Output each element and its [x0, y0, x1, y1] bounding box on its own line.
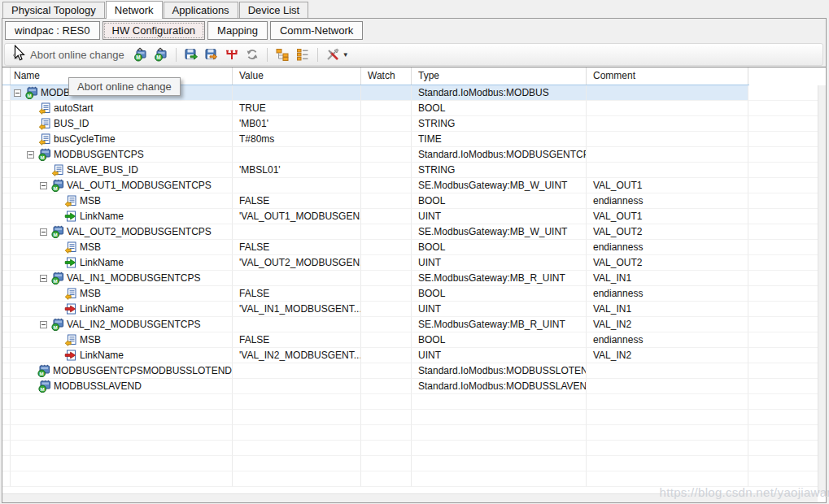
- comment-cell[interactable]: endianness: [587, 193, 748, 209]
- watch-cell[interactable]: [361, 317, 412, 332]
- table-row[interactable]: MSBFALSEBOOLendianness: [2, 332, 818, 348]
- tools-icon[interactable]: [325, 47, 340, 62]
- refresh-icon[interactable]: [245, 47, 260, 62]
- watch-cell[interactable]: [361, 101, 412, 116]
- value-cell[interactable]: 'VAL_OUT2_MODBUSGEN...: [233, 255, 361, 271]
- table-row[interactable]: autoStartTRUEBOOL: [2, 101, 818, 116]
- value-cell[interactable]: [233, 271, 361, 286]
- watch-cell[interactable]: [361, 163, 412, 178]
- table-row[interactable]: BUS_ID'MB01'STRING: [2, 116, 818, 132]
- value-cell[interactable]: 'MBSL01': [233, 163, 361, 178]
- tree-view-icon[interactable]: [275, 47, 290, 62]
- watch-cell[interactable]: [361, 379, 412, 394]
- tab-device-list[interactable]: Device List: [239, 2, 309, 18]
- name-cell[interactable]: MMODBUSGENTCPS: [11, 147, 233, 163]
- export-configuration-icon[interactable]: [184, 47, 199, 62]
- tools-dropdown-caret[interactable]: ▼: [343, 51, 349, 59]
- table-row[interactable]: MVAL_OUT2_MODBUSGENTCPSSE.ModbusGateway:…: [2, 224, 818, 240]
- value-cell[interactable]: [233, 147, 361, 163]
- table-row[interactable]: MSBFALSEBOOLendianness: [2, 240, 818, 255]
- table-row[interactable]: LinkName'VAL_IN1_MODBUSGENT...UINTVAL_IN…: [2, 302, 818, 317]
- watch-cell[interactable]: [361, 271, 412, 286]
- header-value[interactable]: Value: [233, 67, 361, 85]
- collapse-expander[interactable]: [27, 151, 38, 159]
- comment-cell[interactable]: VAL_OUT2: [587, 224, 748, 240]
- subtab-windpac-res0[interactable]: windpac : RES0: [5, 21, 100, 40]
- watch-cell[interactable]: [361, 193, 412, 209]
- append-device-icon[interactable]: M: [154, 47, 168, 62]
- vertical-scrollbar[interactable]: [818, 85, 826, 493]
- comment-cell[interactable]: [587, 85, 748, 101]
- value-cell[interactable]: [233, 317, 361, 332]
- watch-cell[interactable]: [361, 224, 412, 240]
- subtab-hw-configuration[interactable]: HW Configuration: [103, 21, 206, 40]
- comment-cell[interactable]: VAL_IN2: [587, 348, 748, 363]
- table-row[interactable]: MVAL_OUT1_MODBUSGENTCPSSE.ModbusGateway:…: [2, 178, 818, 193]
- name-cell[interactable]: SLAVE_BUS_ID: [11, 163, 233, 178]
- collapse-expander[interactable]: [40, 275, 51, 282]
- table-row[interactable]: LinkName'VAL_OUT1_MODBUSGEN...UINTVAL_OU…: [2, 209, 818, 224]
- value-cell[interactable]: [233, 224, 361, 240]
- watch-cell[interactable]: [361, 255, 412, 271]
- comment-cell[interactable]: [587, 132, 748, 147]
- comment-cell[interactable]: [587, 116, 748, 132]
- value-cell[interactable]: TRUE: [233, 101, 361, 116]
- header-comment[interactable]: Comment: [587, 67, 748, 85]
- name-cell[interactable]: LinkName: [11, 302, 233, 317]
- tab-network[interactable]: Network: [106, 1, 163, 19]
- comment-cell[interactable]: [587, 101, 748, 116]
- name-cell[interactable]: LinkName: [11, 209, 233, 224]
- value-cell[interactable]: 'MB01': [233, 116, 361, 132]
- name-cell[interactable]: MVAL_OUT2_MODBUSGENTCPS: [11, 224, 233, 240]
- watch-cell[interactable]: [361, 286, 412, 302]
- name-cell[interactable]: MMODBUSSLAVEND: [11, 379, 233, 394]
- name-cell[interactable]: MSB: [11, 193, 233, 209]
- comment-cell[interactable]: VAL_OUT1: [587, 209, 748, 224]
- table-row[interactable]: MSBFALSEBOOLendianness: [2, 286, 818, 302]
- watch-cell[interactable]: [361, 240, 412, 255]
- watch-cell[interactable]: [361, 348, 412, 363]
- value-cell[interactable]: 'VAL_IN2_MODBUSGENT...: [233, 348, 361, 363]
- name-cell[interactable]: MVAL_OUT1_MODBUSGENTCPS: [11, 178, 233, 193]
- table-row[interactable]: MMODBUSSLAVENDStandard.IoModbus:MODBUSSL…: [2, 379, 818, 394]
- value-cell[interactable]: [233, 379, 361, 394]
- name-cell[interactable]: MMODBUSGENTCPSMODBUSSLOTEND: [11, 363, 233, 379]
- collapse-expander[interactable]: [40, 321, 51, 328]
- name-cell[interactable]: LinkName: [11, 255, 233, 271]
- comment-cell[interactable]: [587, 147, 748, 163]
- header-watch[interactable]: Watch: [361, 67, 412, 85]
- abort-online-change-icon[interactable]: [10, 47, 24, 62]
- table-row[interactable]: LinkName'VAL_IN2_MODBUSGENT...UINTVAL_IN…: [2, 348, 818, 363]
- value-cell[interactable]: [233, 85, 361, 101]
- table-row[interactable]: MSBFALSEBOOLendianness: [2, 193, 818, 209]
- comment-cell[interactable]: [587, 363, 748, 379]
- name-cell[interactable]: MVAL_IN1_MODBUSGENTCPS: [11, 271, 233, 286]
- comment-cell[interactable]: [587, 379, 748, 394]
- comment-cell[interactable]: VAL_OUT1: [587, 178, 748, 193]
- value-cell[interactable]: 'VAL_OUT1_MODBUSGEN...: [233, 209, 361, 224]
- collapse-expander[interactable]: [40, 228, 51, 236]
- watch-cell[interactable]: [361, 363, 412, 379]
- name-cell[interactable]: MSB: [11, 332, 233, 348]
- value-cell[interactable]: FALSE: [233, 240, 361, 255]
- name-cell[interactable]: LinkName: [11, 348, 233, 363]
- comment-cell[interactable]: endianness: [587, 332, 748, 348]
- header-type[interactable]: Type: [412, 67, 587, 85]
- watch-cell[interactable]: [361, 132, 412, 147]
- comment-cell[interactable]: VAL_IN1: [587, 271, 748, 286]
- name-cell[interactable]: busCycleTime: [11, 132, 233, 147]
- comment-cell[interactable]: endianness: [587, 286, 748, 302]
- table-row[interactable]: MMODBUSGENTCPSStandard.IoModbus:MODBUSGE…: [2, 147, 818, 163]
- table-row[interactable]: busCycleTimeT#80msTIME: [2, 132, 818, 147]
- name-cell[interactable]: MSB: [11, 286, 233, 302]
- value-cell[interactable]: 'VAL_IN1_MODBUSGENT...: [233, 302, 361, 317]
- list-view-icon[interactable]: [295, 47, 310, 62]
- subtab-mapping[interactable]: Mapping: [207, 21, 268, 40]
- watch-cell[interactable]: [361, 178, 412, 193]
- watch-cell[interactable]: [361, 85, 412, 101]
- comment-cell[interactable]: VAL_OUT2: [587, 255, 748, 271]
- value-cell[interactable]: FALSE: [233, 193, 361, 209]
- tab-physical-topology[interactable]: Physical Topology: [2, 2, 105, 18]
- value-cell[interactable]: T#80ms: [233, 132, 361, 147]
- import-configuration-icon[interactable]: [204, 47, 219, 62]
